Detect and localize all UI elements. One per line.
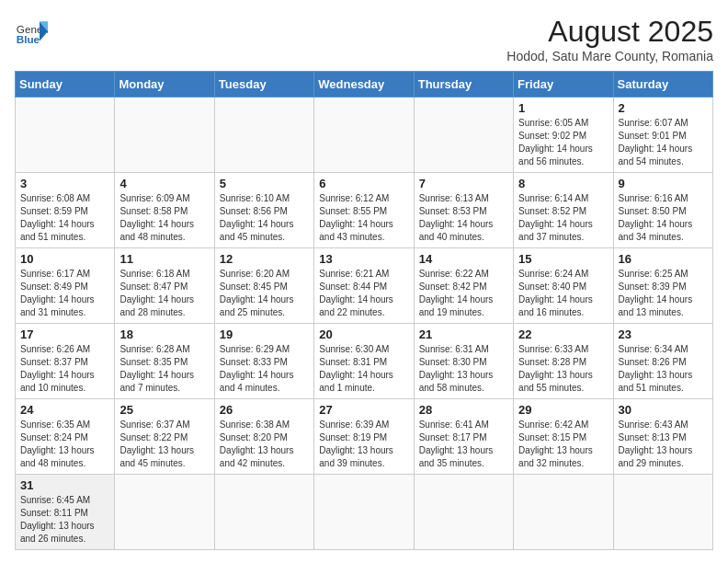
- day-info: Sunrise: 6:21 AM Sunset: 8:44 PM Dayligh…: [319, 268, 408, 319]
- day-number: 20: [319, 327, 408, 341]
- calendar-cell: [214, 98, 313, 173]
- day-info: Sunrise: 6:18 AM Sunset: 8:47 PM Dayligh…: [119, 268, 209, 319]
- calendar-cell: 19Sunrise: 6:29 AM Sunset: 8:33 PM Dayli…: [214, 324, 313, 399]
- logo-icon: General Blue: [15, 15, 48, 48]
- calendar-cell: [314, 98, 414, 173]
- day-number: 5: [220, 177, 309, 190]
- weekday-header-tuesday: Tuesday: [214, 72, 313, 98]
- day-info: Sunrise: 6:30 AM Sunset: 8:31 PM Dayligh…: [319, 343, 408, 395]
- day-info: Sunrise: 6:37 AM Sunset: 8:22 PM Dayligh…: [119, 419, 209, 470]
- day-number: 8: [518, 177, 608, 190]
- day-number: 31: [20, 478, 109, 492]
- day-number: 28: [419, 403, 508, 417]
- day-number: 13: [319, 252, 408, 266]
- day-number: 14: [419, 252, 508, 266]
- day-info: Sunrise: 6:45 AM Sunset: 8:11 PM Dayligh…: [20, 494, 109, 546]
- day-info: Sunrise: 6:35 AM Sunset: 8:24 PM Dayligh…: [20, 419, 109, 470]
- calendar-cell: [414, 475, 513, 550]
- calendar-cell: 15Sunrise: 6:24 AM Sunset: 8:40 PM Dayli…: [514, 248, 613, 324]
- calendar-cell: [214, 475, 313, 550]
- weekday-header-wednesday: Wednesday: [314, 72, 414, 98]
- calendar-cell: 23Sunrise: 6:34 AM Sunset: 8:26 PM Dayli…: [613, 324, 712, 399]
- calendar-cell: [115, 98, 214, 173]
- calendar-cell: 12Sunrise: 6:20 AM Sunset: 8:45 PM Dayli…: [214, 248, 313, 324]
- day-info: Sunrise: 6:28 AM Sunset: 8:35 PM Dayligh…: [119, 343, 209, 395]
- calendar-cell: 31Sunrise: 6:45 AM Sunset: 8:11 PM Dayli…: [16, 475, 115, 550]
- logo: General Blue: [15, 15, 48, 48]
- day-number: 17: [20, 327, 109, 341]
- day-number: 30: [619, 403, 708, 417]
- calendar-cell: 7Sunrise: 6:13 AM Sunset: 8:53 PM Daylig…: [414, 173, 513, 248]
- day-number: 1: [518, 101, 608, 115]
- day-info: Sunrise: 6:09 AM Sunset: 8:58 PM Dayligh…: [119, 192, 209, 244]
- title-block: August 2025 Hodod, Satu Mare County, Rom…: [506, 15, 713, 63]
- day-info: Sunrise: 6:24 AM Sunset: 8:40 PM Dayligh…: [518, 268, 608, 319]
- day-info: Sunrise: 6:43 AM Sunset: 8:13 PM Dayligh…: [619, 419, 708, 470]
- calendar: SundayMondayTuesdayWednesdayThursdayFrid…: [15, 71, 713, 550]
- day-number: 24: [20, 403, 109, 417]
- weekday-header-friday: Friday: [514, 72, 613, 98]
- calendar-cell: 13Sunrise: 6:21 AM Sunset: 8:44 PM Dayli…: [314, 248, 414, 324]
- day-info: Sunrise: 6:26 AM Sunset: 8:37 PM Dayligh…: [20, 343, 109, 395]
- day-number: 16: [619, 252, 708, 266]
- day-info: Sunrise: 6:07 AM Sunset: 9:01 PM Dayligh…: [619, 117, 708, 168]
- day-number: 2: [619, 101, 708, 115]
- day-info: Sunrise: 6:08 AM Sunset: 8:59 PM Dayligh…: [20, 192, 109, 244]
- day-info: Sunrise: 6:38 AM Sunset: 8:20 PM Dayligh…: [220, 419, 309, 470]
- calendar-cell: 17Sunrise: 6:26 AM Sunset: 8:37 PM Dayli…: [16, 324, 115, 399]
- calendar-week-2: 10Sunrise: 6:17 AM Sunset: 8:49 PM Dayli…: [16, 248, 713, 324]
- day-number: 23: [619, 327, 708, 341]
- day-info: Sunrise: 6:10 AM Sunset: 8:56 PM Dayligh…: [220, 192, 309, 244]
- day-info: Sunrise: 6:42 AM Sunset: 8:15 PM Dayligh…: [518, 419, 608, 470]
- header: General Blue August 2025 Hodod, Satu Mar…: [15, 15, 713, 63]
- calendar-cell: 18Sunrise: 6:28 AM Sunset: 8:35 PM Dayli…: [115, 324, 214, 399]
- calendar-cell: [514, 475, 613, 550]
- weekday-header-row: SundayMondayTuesdayWednesdayThursdayFrid…: [16, 72, 713, 98]
- calendar-week-1: 3Sunrise: 6:08 AM Sunset: 8:59 PM Daylig…: [16, 173, 713, 248]
- day-number: 29: [518, 403, 608, 417]
- calendar-cell: [115, 475, 214, 550]
- weekday-header-monday: Monday: [115, 72, 214, 98]
- calendar-week-4: 24Sunrise: 6:35 AM Sunset: 8:24 PM Dayli…: [16, 399, 713, 475]
- day-info: Sunrise: 6:20 AM Sunset: 8:45 PM Dayligh…: [220, 268, 309, 319]
- day-info: Sunrise: 6:13 AM Sunset: 8:53 PM Dayligh…: [419, 192, 508, 244]
- calendar-cell: 3Sunrise: 6:08 AM Sunset: 8:59 PM Daylig…: [16, 173, 115, 248]
- day-number: 3: [20, 177, 109, 190]
- weekday-header-thursday: Thursday: [414, 72, 513, 98]
- calendar-cell: 8Sunrise: 6:14 AM Sunset: 8:52 PM Daylig…: [514, 173, 613, 248]
- day-number: 15: [518, 252, 608, 266]
- day-number: 27: [319, 403, 408, 417]
- calendar-cell: 1Sunrise: 6:05 AM Sunset: 9:02 PM Daylig…: [514, 98, 613, 173]
- day-number: 26: [220, 403, 309, 417]
- calendar-week-3: 17Sunrise: 6:26 AM Sunset: 8:37 PM Dayli…: [16, 324, 713, 399]
- day-info: Sunrise: 6:33 AM Sunset: 8:28 PM Dayligh…: [518, 343, 608, 395]
- calendar-cell: 4Sunrise: 6:09 AM Sunset: 8:58 PM Daylig…: [115, 173, 214, 248]
- day-info: Sunrise: 6:34 AM Sunset: 8:26 PM Dayligh…: [619, 343, 708, 395]
- day-info: Sunrise: 6:25 AM Sunset: 8:39 PM Dayligh…: [619, 268, 708, 319]
- calendar-cell: [414, 98, 513, 173]
- day-number: 4: [119, 177, 209, 190]
- day-number: 9: [619, 177, 708, 190]
- day-info: Sunrise: 6:29 AM Sunset: 8:33 PM Dayligh…: [220, 343, 309, 395]
- calendar-cell: 25Sunrise: 6:37 AM Sunset: 8:22 PM Dayli…: [115, 399, 214, 475]
- day-number: 19: [220, 327, 309, 341]
- day-number: 21: [419, 327, 508, 341]
- calendar-week-0: 1Sunrise: 6:05 AM Sunset: 9:02 PM Daylig…: [16, 98, 713, 173]
- calendar-cell: 20Sunrise: 6:30 AM Sunset: 8:31 PM Dayli…: [314, 324, 414, 399]
- calendar-cell: 30Sunrise: 6:43 AM Sunset: 8:13 PM Dayli…: [613, 399, 712, 475]
- day-number: 22: [518, 327, 608, 341]
- day-info: Sunrise: 6:16 AM Sunset: 8:50 PM Dayligh…: [619, 192, 708, 244]
- day-info: Sunrise: 6:31 AM Sunset: 8:30 PM Dayligh…: [419, 343, 508, 395]
- calendar-cell: 29Sunrise: 6:42 AM Sunset: 8:15 PM Dayli…: [514, 399, 613, 475]
- calendar-cell: [314, 475, 414, 550]
- calendar-week-5: 31Sunrise: 6:45 AM Sunset: 8:11 PM Dayli…: [16, 475, 713, 550]
- day-number: 25: [119, 403, 209, 417]
- day-info: Sunrise: 6:39 AM Sunset: 8:19 PM Dayligh…: [319, 419, 408, 470]
- calendar-cell: 10Sunrise: 6:17 AM Sunset: 8:49 PM Dayli…: [16, 248, 115, 324]
- calendar-cell: 24Sunrise: 6:35 AM Sunset: 8:24 PM Dayli…: [16, 399, 115, 475]
- day-info: Sunrise: 6:41 AM Sunset: 8:17 PM Dayligh…: [419, 419, 508, 470]
- weekday-header-sunday: Sunday: [16, 72, 115, 98]
- day-number: 12: [220, 252, 309, 266]
- calendar-cell: 11Sunrise: 6:18 AM Sunset: 8:47 PM Dayli…: [115, 248, 214, 324]
- day-info: Sunrise: 6:17 AM Sunset: 8:49 PM Dayligh…: [20, 268, 109, 319]
